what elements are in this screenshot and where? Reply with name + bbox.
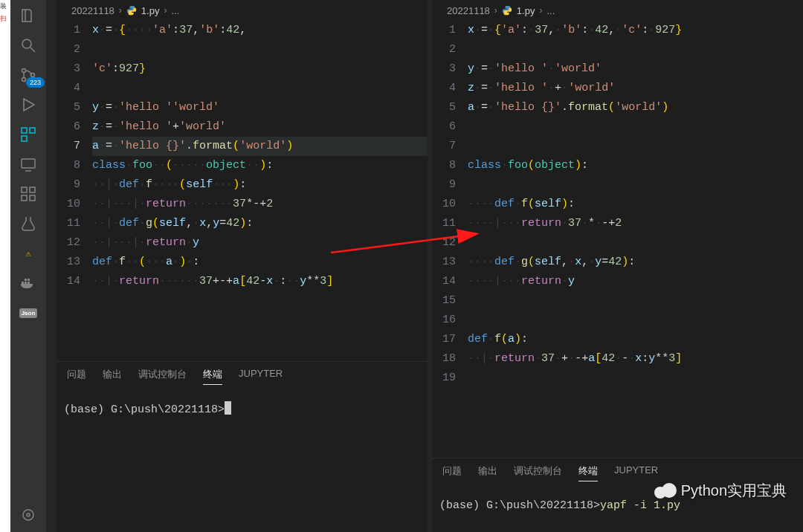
extensions-icon[interactable]	[19, 125, 38, 144]
breadcrumb-ellipsis[interactable]: ...	[546, 5, 555, 16]
python-file-icon	[502, 5, 512, 16]
testing-icon[interactable]	[19, 214, 38, 233]
svg-rect-11	[22, 187, 27, 192]
breadcrumb-file[interactable]: 1.py	[141, 5, 160, 16]
svg-marker-5	[24, 99, 34, 111]
code-content[interactable]: x·=·{'a':·37,·'b':·42,·'c':·927}y·=·'hel…	[468, 21, 803, 458]
code-area-left[interactable]: 1234567891011121314 x·=·{····'a':37,'b':…	[57, 21, 428, 361]
panel-tab-输出[interactable]: 输出	[478, 464, 497, 481]
panel-tab-调试控制台[interactable]: 调试控制台	[138, 368, 187, 385]
panel-tab-调试控制台[interactable]: 调试控制台	[514, 464, 562, 481]
source-control-icon[interactable]: 223	[19, 65, 38, 85]
svg-rect-17	[28, 282, 30, 284]
svg-point-3	[22, 78, 26, 82]
breadcrumb-folder[interactable]: 20221118	[71, 5, 115, 16]
terminal-prompt: (base) G:\push\20221118>	[439, 499, 600, 512]
panel-tab-终端[interactable]: 终端	[578, 464, 598, 481]
svg-rect-19	[28, 279, 30, 281]
panel-tab-JUPYTER[interactable]: JUPYTER	[239, 368, 283, 385]
scm-badge: 223	[26, 77, 45, 88]
watermark: Python实用宝典	[654, 481, 787, 501]
svg-line-1	[30, 48, 35, 52]
panel-left: 问题输出调试控制台终端JUPYTER (base) G:\push\202211…	[57, 361, 428, 532]
breadcrumb-folder[interactable]: 20221118	[447, 5, 490, 16]
svg-point-20	[23, 510, 33, 520]
main-area: 20221118 › 1.py › ... 123456789101112131…	[46, 0, 803, 532]
run-debug-icon[interactable]	[19, 95, 38, 114]
terminal-left[interactable]: (base) G:\push\20221118>	[57, 391, 428, 532]
warning-icon[interactable]: ⚠	[19, 244, 38, 263]
search-icon[interactable]	[19, 36, 38, 55]
chevron-icon: ›	[539, 5, 542, 16]
svg-point-0	[22, 39, 31, 48]
python-file-icon	[126, 5, 137, 16]
activity-bar: 223 ⚠ Json	[10, 0, 46, 532]
svg-rect-16	[25, 282, 27, 284]
line-gutter: 1234567891011121314	[57, 21, 92, 361]
code-content[interactable]: x·=·{····'a':37,'b':42,'c':927}y·=·'hell…	[92, 21, 428, 361]
panel-tab-终端[interactable]: 终端	[203, 368, 222, 385]
terminal-cursor	[225, 401, 231, 415]
svg-rect-9	[22, 159, 35, 168]
chevron-icon: ›	[494, 5, 497, 16]
remote-icon[interactable]	[19, 155, 38, 174]
svg-point-21	[27, 513, 30, 516]
json-icon[interactable]: Json	[19, 303, 38, 322]
chevron-icon: ›	[119, 5, 122, 16]
panel-tab-输出[interactable]: 输出	[103, 368, 122, 385]
terminal-command: yapf -i 1.py	[600, 499, 680, 512]
panel-tab-JUPYTER[interactable]: JUPYTER	[614, 464, 658, 481]
database-icon[interactable]	[19, 184, 38, 204]
svg-rect-12	[30, 187, 35, 192]
panel-tab-问题[interactable]: 问题	[442, 464, 462, 481]
svg-rect-13	[22, 195, 27, 201]
breadcrumb-file[interactable]: 1.py	[517, 5, 535, 16]
svg-rect-7	[30, 128, 35, 133]
breadcrumb-ellipsis[interactable]: ...	[171, 5, 179, 16]
code-area-right[interactable]: 12345678910111213141516171819 x·=·{'a':·…	[432, 21, 803, 458]
breadcrumbs-left[interactable]: 20221118 › 1.py › ...	[57, 0, 428, 21]
terminal-prompt: (base) G:\push\20221118>	[64, 403, 225, 416]
panel-tabs: 问题输出调试控制台终端JUPYTER	[57, 362, 428, 391]
svg-rect-14	[30, 195, 35, 201]
wechat-icon	[654, 481, 677, 501]
cropped-left-strip: 装 扫	[0, 0, 10, 532]
editor-group-right: 20221118 › 1.py › ... 123456789101112131…	[432, 0, 803, 532]
chevron-icon: ›	[164, 5, 167, 16]
svg-rect-8	[22, 136, 27, 141]
svg-rect-18	[25, 279, 27, 281]
editor-group-left: 20221118 › 1.py › ... 123456789101112131…	[57, 0, 428, 532]
svg-point-2	[22, 69, 26, 73]
svg-rect-15	[22, 282, 24, 284]
explorer-icon[interactable]	[19, 6, 38, 25]
settings-icon[interactable]	[19, 505, 38, 525]
docker-icon[interactable]	[19, 273, 38, 293]
panel-tab-问题[interactable]: 问题	[67, 368, 86, 385]
svg-rect-6	[22, 128, 27, 133]
line-gutter: 12345678910111213141516171819	[432, 21, 468, 458]
breadcrumbs-right[interactable]: 20221118 › 1.py › ...	[432, 0, 803, 21]
